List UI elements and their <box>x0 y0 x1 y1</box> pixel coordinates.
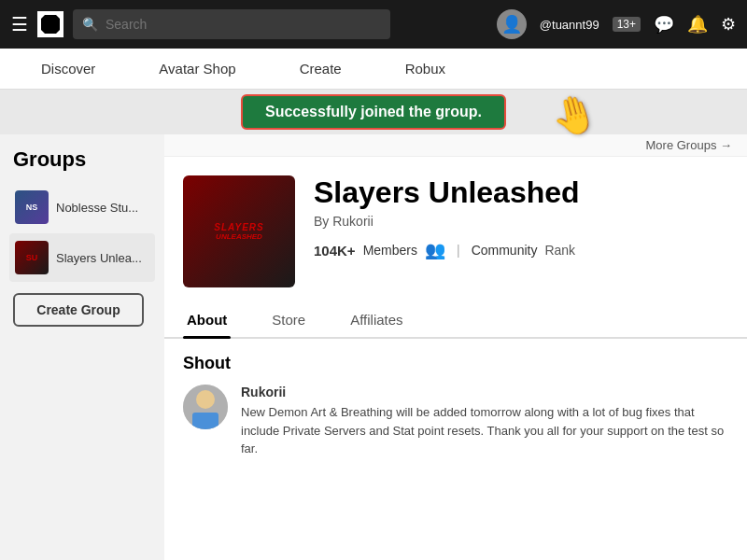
group-stats: 104K+ Members 👥 | Community Rank <box>314 240 728 260</box>
age-badge: 13+ <box>613 17 641 32</box>
rank-suffix: Rank <box>544 243 575 258</box>
success-banner-text: Successfully joined the group. <box>265 104 482 120</box>
member-count: 104K+ <box>314 243 356 259</box>
notifications-icon[interactable]: 🔔 <box>687 14 708 35</box>
community-rank-label: Community <box>472 243 538 258</box>
tab-affiliates[interactable]: Affiliates <box>346 302 406 337</box>
shout-section-title: Shout <box>183 354 728 373</box>
hamburger-menu[interactable]: ☰ <box>11 13 28 35</box>
create-group-button[interactable]: Create Group <box>13 293 144 327</box>
shout-author-avatar <box>183 385 228 429</box>
members-icon: 👥 <box>425 240 445 260</box>
top-navigation: ☰ 🔍 👤 @tuannt99 13+ 💬 🔔 ⚙ <box>0 0 747 49</box>
roblox-logo-icon <box>41 15 60 34</box>
main-content: Groups NS Noblesse Stu... SU Slayers Unl… <box>0 134 747 560</box>
username-label: @tuannt99 <box>540 18 599 32</box>
hand-pointing-icon: 🤚 <box>546 88 602 142</box>
tab-store[interactable]: Store <box>268 302 309 337</box>
about-section: Shout Rukorii New Demon Art & Breathing … <box>164 339 747 473</box>
sidebar-item-slayers[interactable]: SU Slayers Unlea... <box>9 233 155 282</box>
more-groups-button[interactable]: More Groups → <box>646 138 732 152</box>
shout-text-block: Rukorii New Demon Art & Breathing will b… <box>241 385 728 458</box>
avatar[interactable]: 👤 <box>497 9 527 39</box>
divider: | <box>457 243 460 258</box>
sidebar-item-noblesse[interactable]: NS Noblesse Stu... <box>9 183 155 231</box>
secondary-navigation: Discover Avatar Shop Create Robux <box>0 49 747 90</box>
group-logo: SLAYERS UNLEASHED <box>183 175 295 287</box>
sidebar-title: Groups <box>9 147 155 172</box>
nav-right-section: 👤 @tuannt99 13+ 💬 🔔 ⚙ <box>497 9 736 39</box>
group-info: SLAYERS UNLEASHED Slayers Unleashed By R… <box>164 157 747 302</box>
group-name-slayers: Slayers Unlea... <box>56 251 142 265</box>
group-thumb-slayers: SU <box>15 241 49 274</box>
group-thumb-noblesse: NS <box>15 190 49 224</box>
nav-create[interactable]: Create <box>296 49 345 90</box>
shout-author-name: Rukorii <box>241 385 728 399</box>
settings-icon[interactable]: ⚙ <box>721 14 736 35</box>
nav-avatar-shop[interactable]: Avatar Shop <box>155 49 239 90</box>
nav-robux[interactable]: Robux <box>402 49 449 90</box>
tab-about[interactable]: About <box>183 302 231 337</box>
group-title: Slayers Unleashed <box>314 175 728 210</box>
members-label: Members <box>363 243 417 258</box>
shout-content: Rukorii New Demon Art & Breathing will b… <box>183 385 728 458</box>
group-name-noblesse: Noblesse Stu... <box>56 201 138 215</box>
shout-message: New Demon Art & Breathing will be added … <box>241 403 728 458</box>
tabs-bar: About Store Affiliates <box>164 302 747 339</box>
roblox-logo <box>37 11 63 37</box>
right-panel: More Groups → SLAYERS UNLEASHED Slayers … <box>164 134 747 560</box>
group-details: Slayers Unleashed By Rukorii 104K+ Membe… <box>314 175 728 260</box>
search-input[interactable] <box>106 17 381 32</box>
slayers-logo-art: SLAYERS UNLEASHED <box>183 175 295 287</box>
svg-point-1 <box>196 390 215 409</box>
search-icon: 🔍 <box>82 17 98 32</box>
svg-rect-2 <box>192 413 218 429</box>
sidebar: Groups NS Noblesse Stu... SU Slayers Unl… <box>0 134 164 560</box>
success-banner-wrapper: Successfully joined the group. 🤚 <box>0 90 747 134</box>
group-header-bar: More Groups → <box>164 134 747 157</box>
nav-discover[interactable]: Discover <box>37 49 99 90</box>
chat-icon[interactable]: 💬 <box>654 14 674 35</box>
success-banner: Successfully joined the group. <box>241 94 506 130</box>
group-creator: By Rukorii <box>314 214 728 229</box>
search-bar[interactable]: 🔍 <box>73 9 390 39</box>
